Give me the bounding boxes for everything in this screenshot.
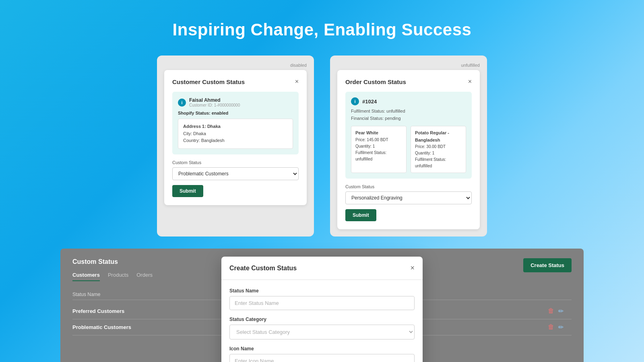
customer-close-icon[interactable]: × xyxy=(295,78,299,85)
customer-modal-inner: Customer Custom Status × i Faisal Ahmed … xyxy=(164,70,307,205)
bottom-section: Custom Status Create Status Customers Pr… xyxy=(60,249,584,362)
hero-title: Inspiring Change, Enabling Success xyxy=(0,20,644,39)
order-modal-title: Order Custom Status xyxy=(345,78,406,85)
custom-status-label: Custom Status xyxy=(172,160,299,165)
item2-price: Price: 30.00 BDT xyxy=(415,144,462,150)
customer-card-label: disabled xyxy=(164,63,307,68)
customer-modal-header: Customer Custom Status × xyxy=(172,78,299,85)
order-item-2: Potato Regular - Bangladesh Price: 30.00… xyxy=(411,126,466,173)
customer-name: Faisal Ahmed xyxy=(189,97,240,103)
customer-submit-button[interactable]: Submit xyxy=(172,185,203,197)
item2-qty: Quantity: 1 xyxy=(415,150,462,156)
status-name-label: Status Name xyxy=(229,288,415,294)
create-modal-close-icon[interactable]: × xyxy=(410,264,415,272)
customer-id: Customer ID: 1-#000000000 xyxy=(189,103,240,107)
create-modal-title: Create Custom Status xyxy=(229,265,297,272)
order-details: Fulfilment Status: unfulfilled Financial… xyxy=(351,108,466,122)
info-icon: i xyxy=(178,99,186,107)
icon-name-input[interactable] xyxy=(229,354,415,362)
city-label: City: Dhaka xyxy=(183,130,288,138)
status-category-label: Status Category xyxy=(229,317,415,322)
item1-price: Price: 145.00 BDT xyxy=(355,137,402,143)
address-box: Address 1: Dhaka City: Dhaka Country: Ba… xyxy=(178,119,293,149)
status-category-select[interactable]: Select Status Category xyxy=(229,325,415,339)
financial-status: Financial Status: pending xyxy=(351,115,466,122)
order-items-row: Pear White Price: 145.00 BDT Quantity: 1… xyxy=(351,126,466,173)
order-modal-inner: Order Custom Status × i #1024 Fulfilment… xyxy=(337,70,480,229)
create-modal-body: Status Name Status Category Select Statu… xyxy=(221,280,423,362)
address-label: Address 1: Dhaka xyxy=(183,124,221,129)
icon-name-group: Icon Name Use icon from Shopify Polaris.… xyxy=(229,346,415,362)
order-close-icon[interactable]: × xyxy=(468,78,472,85)
customer-status-select[interactable]: Problematic Customers xyxy=(172,167,299,180)
order-status-select[interactable]: Personalized Engraving xyxy=(345,191,472,204)
order-submit-button[interactable]: Submit xyxy=(345,209,376,221)
hero-section: Inspiring Change, Enabling Success xyxy=(0,0,644,56)
order-card-label: unfulfilled xyxy=(337,63,480,68)
order-id: #1024 xyxy=(362,99,377,105)
create-modal-header: Create Custom Status × xyxy=(221,257,423,280)
customer-modal-title: Customer Custom Status xyxy=(172,78,245,85)
order-custom-status-label: Custom Status xyxy=(345,184,472,189)
item1-qty: Quantity: 1 xyxy=(355,143,402,150)
customer-modal-card: disabled Customer Custom Status × i Fais… xyxy=(157,56,314,237)
order-info-box: i #1024 Fulfilment Status: unfulfilled F… xyxy=(345,92,472,179)
order-item-1: Pear White Price: 145.00 BDT Quantity: 1… xyxy=(351,126,407,173)
create-modal-overlay: Create Custom Status × Status Name Statu… xyxy=(60,249,584,362)
order-info-icon: i xyxy=(351,97,359,105)
item2-name: Potato Regular - Bangladesh xyxy=(415,130,462,144)
status-name-input[interactable] xyxy=(229,296,415,310)
item1-name: Pear White xyxy=(355,130,402,137)
customer-info-box: i Faisal Ahmed Customer ID: 1-#000000000… xyxy=(172,92,299,154)
country-label: Country: Bangladesh xyxy=(183,137,288,144)
status-name-group: Status Name xyxy=(229,288,415,310)
fulfillment-status: Fulfilment Status: unfulfilled xyxy=(351,108,466,115)
status-category-group: Status Category Select Status Category xyxy=(229,317,415,339)
order-modal-card: unfulfilled Order Custom Status × i #102… xyxy=(330,56,487,237)
order-header-row: i #1024 xyxy=(351,97,466,105)
create-modal: Create Custom Status × Status Name Statu… xyxy=(221,257,423,362)
cards-row: disabled Customer Custom Status × i Fais… xyxy=(0,56,644,237)
customer-info-header: i Faisal Ahmed Customer ID: 1-#000000000 xyxy=(178,97,293,107)
item1-fulfillment: Fulfilment Status: unfulfilled xyxy=(355,150,402,162)
icon-name-label: Icon Name xyxy=(229,346,415,352)
order-modal-header: Order Custom Status × xyxy=(345,78,472,85)
shopify-status: Shopify Status: enabled xyxy=(178,111,293,115)
item2-fulfillment: Fulfilment Status: unfulfilled xyxy=(415,156,462,169)
